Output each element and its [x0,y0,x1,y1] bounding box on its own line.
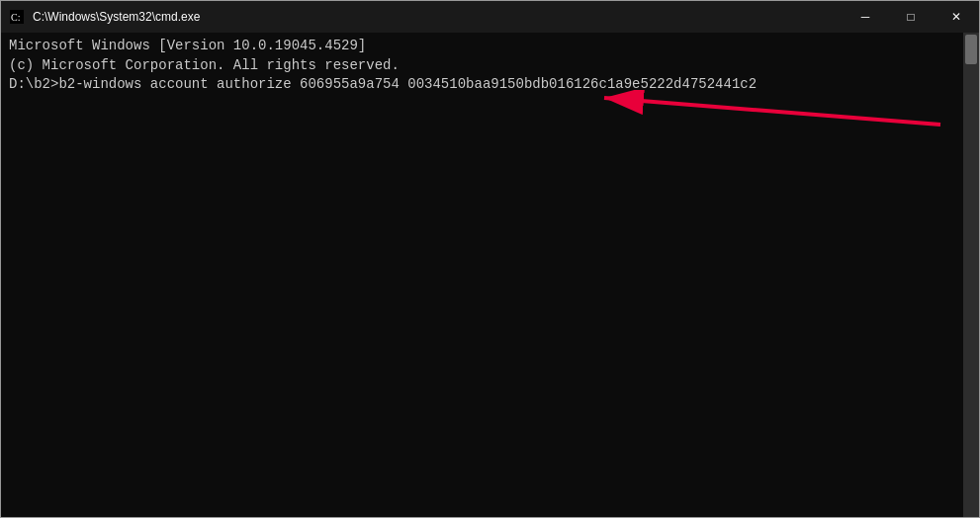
window-controls: ─ □ ✕ [843,1,979,33]
terminal-output[interactable]: Microsoft Windows [Version 10.0.19045.45… [1,33,963,517]
svg-text:C:: C: [11,12,20,23]
close-button[interactable]: ✕ [934,1,979,33]
cmd-window: C: C:\Windows\System32\cmd.exe ─ □ ✕ Mic… [0,0,980,518]
terminal-line-4: D:\b2>b2-windows account authorize 60695… [9,75,955,95]
cmd-icon: C: [9,9,25,25]
title-bar: C: C:\Windows\System32\cmd.exe ─ □ ✕ [1,1,979,33]
terminal-line-1: Microsoft Windows [Version 10.0.19045.45… [9,37,955,56]
minimize-button[interactable]: ─ [843,1,888,33]
annotation-arrow [555,90,950,156]
terminal-line-2: (c) Microsoft Corporation. All rights re… [9,56,955,76]
terminal-container: Microsoft Windows [Version 10.0.19045.45… [1,33,979,517]
scrollbar[interactable] [963,33,979,517]
scrollbar-thumb[interactable] [965,35,977,64]
window-title: C:\Windows\System32\cmd.exe [33,10,971,24]
maximize-button[interactable]: □ [888,1,934,33]
